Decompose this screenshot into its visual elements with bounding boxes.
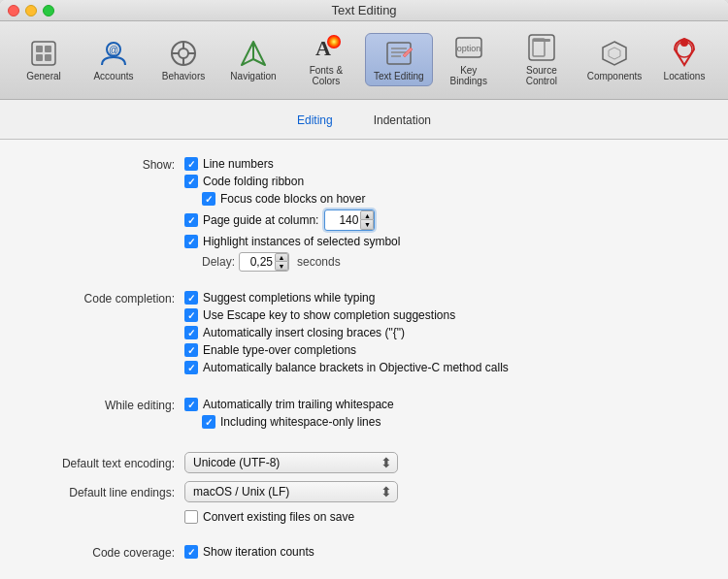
convert-checkbox-row: Convert existing files on save	[184, 510, 354, 524]
closing-braces-checkbox[interactable]	[184, 326, 198, 339]
key-bindings-icon: option	[453, 32, 484, 63]
svg-rect-26	[533, 39, 550, 42]
line-numbers-checkbox[interactable]	[184, 157, 198, 171]
navigation-label: Navigation	[230, 71, 276, 81]
toolbar-locations[interactable]: Locations	[650, 33, 718, 86]
navigation-icon	[238, 38, 269, 69]
settings-area: Show: Line numbers Code folding ribbon F…	[0, 140, 728, 575]
components-icon	[599, 38, 630, 69]
toolbar-key-bindings[interactable]: option Key Bindings	[435, 27, 503, 91]
suggest-checkbox[interactable]	[184, 291, 198, 305]
whitespace-only-checkbox[interactable]	[202, 415, 215, 429]
svg-rect-3	[36, 54, 43, 61]
code-folding-row: Code folding ribbon	[184, 175, 699, 188]
page-guide-up[interactable]: ▲	[360, 210, 374, 220]
line-endings-label: Default line endings:	[29, 485, 184, 499]
focus-code-checkbox[interactable]	[202, 192, 215, 206]
fonts-colors-icon: A	[311, 32, 342, 63]
svg-text:option: option	[456, 44, 480, 53]
page-guide-label: Page guide at column:	[203, 213, 318, 227]
trim-checkbox[interactable]	[184, 398, 198, 411]
tab-editing[interactable]: Editing	[277, 110, 353, 131]
code-coverage-content: Show iteration counts	[184, 545, 699, 563]
line-numbers-row: Line numbers	[184, 157, 699, 171]
page-guide-down[interactable]: ▼	[360, 220, 374, 230]
general-label: General	[26, 71, 61, 81]
type-over-row: Enable type-over completions	[184, 343, 699, 357]
toolbar-general[interactable]: General	[10, 33, 78, 86]
show-content: Line numbers Code folding ribbon Focus c…	[184, 157, 699, 272]
highlight-checkbox[interactable]	[184, 235, 198, 248]
svg-rect-2	[45, 46, 51, 52]
tabs-row: Editing Indentation	[0, 100, 728, 140]
while-editing-label: While editing:	[29, 398, 184, 412]
code-completion-section: Code completion: Suggest completions whi…	[29, 291, 699, 378]
encoding-select-wrap: Unicode (UTF-8) UTF-16 ASCII ISO Latin 1…	[184, 452, 398, 473]
code-folding-checkbox[interactable]	[184, 175, 198, 188]
behaviors-label: Behaviors	[162, 71, 205, 81]
suggest-label: Suggest completions while typing	[203, 291, 375, 305]
title-bar: Text Editing	[0, 0, 728, 21]
delay-up[interactable]: ▲	[275, 253, 288, 262]
svg-rect-1	[36, 46, 43, 52]
locations-icon	[669, 38, 700, 69]
delay-label: Delay:	[202, 255, 235, 269]
close-button[interactable]	[8, 5, 19, 16]
svg-marker-27	[603, 42, 626, 65]
convert-checkbox[interactable]	[184, 510, 198, 524]
components-label: Components	[587, 71, 643, 81]
seconds-label: seconds	[297, 255, 341, 269]
toolbar-components[interactable]: Components	[580, 33, 648, 86]
tab-indentation[interactable]: Indentation	[353, 110, 451, 131]
while-editing-content: Automatically trim trailing whitespace I…	[184, 398, 699, 433]
code-folding-label: Code folding ribbon	[203, 175, 304, 188]
content-area: Editing Indentation Show: Line numbers C…	[0, 100, 728, 579]
fonts-colors-label: Fonts & Colors	[298, 65, 354, 86]
toolbar-fonts-colors[interactable]: A Fonts & Colors	[289, 27, 363, 91]
toolbar-behaviors[interactable]: Behaviors	[149, 33, 217, 86]
svg-rect-4	[45, 54, 51, 61]
code-coverage-section: Code coverage: Show iteration counts	[29, 545, 699, 563]
show-iteration-checkbox[interactable]	[184, 545, 198, 559]
focus-code-row: Focus code blocks on hover	[202, 192, 699, 206]
traffic-lights	[8, 5, 54, 16]
type-over-checkbox[interactable]	[184, 343, 198, 357]
balance-brackets-label: Automatically balance brackets in Object…	[203, 361, 509, 374]
encoding-select[interactable]: Unicode (UTF-8) UTF-16 ASCII ISO Latin 1	[184, 452, 398, 473]
focus-code-label: Focus code blocks on hover	[220, 192, 365, 206]
while-editing-section: While editing: Automatically trim traili…	[29, 398, 699, 433]
whitespace-only-row: Including whitespace-only lines	[202, 415, 699, 429]
accounts-label: Accounts	[93, 71, 133, 81]
convert-row: Convert existing files on save	[184, 510, 699, 528]
maximize-button[interactable]	[43, 5, 54, 16]
code-coverage-label: Code coverage:	[29, 545, 184, 560]
page-guide-checkbox[interactable]	[184, 213, 198, 227]
balance-brackets-row: Automatically balance brackets in Object…	[184, 361, 699, 374]
whitespace-only-label: Including whitespace-only lines	[220, 415, 381, 429]
delay-down[interactable]: ▼	[275, 262, 288, 271]
text-editing-label: Text Editing	[374, 71, 424, 81]
highlight-row: Highlight instances of selected symbol	[184, 235, 699, 248]
escape-checkbox[interactable]	[184, 308, 198, 322]
minimize-button[interactable]	[25, 5, 37, 16]
show-iteration-label: Show iteration counts	[203, 545, 314, 559]
encoding-row: Default text encoding: Unicode (UTF-8) U…	[29, 452, 699, 473]
behaviors-icon	[168, 38, 199, 69]
show-iteration-row: Show iteration counts	[184, 545, 699, 559]
window-title: Text Editing	[331, 3, 396, 17]
toolbar-source-control[interactable]: Source Control	[505, 27, 579, 91]
toolbar-accounts[interactable]: @ Accounts	[80, 33, 148, 86]
locations-label: Locations	[664, 71, 706, 81]
line-endings-select[interactable]: macOS / Unix (LF) Windows (CRLF) Classic…	[184, 481, 398, 502]
escape-label: Use Escape key to show completion sugges…	[203, 308, 455, 322]
toolbar-text-editing[interactable]: Text Editing	[365, 33, 433, 86]
source-control-label: Source Control	[513, 65, 570, 86]
page-guide-row: Page guide at column: ▲ ▼	[184, 209, 699, 231]
balance-brackets-checkbox[interactable]	[184, 361, 198, 374]
general-icon	[28, 38, 59, 69]
key-bindings-label: Key Bindings	[444, 65, 494, 86]
svg-point-8	[179, 48, 188, 58]
accounts-icon: @	[98, 38, 129, 69]
trim-row: Automatically trim trailing whitespace	[184, 398, 699, 411]
toolbar-navigation[interactable]: Navigation	[219, 33, 287, 86]
